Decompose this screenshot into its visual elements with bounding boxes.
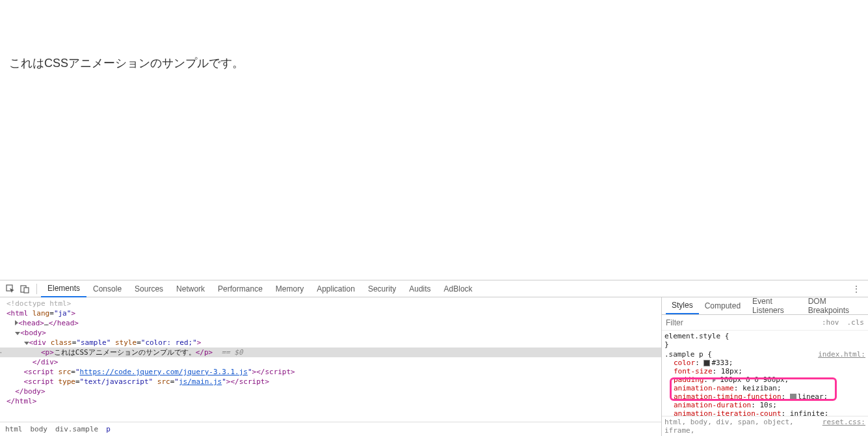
devtools-panel: Elements Console Sources Network Perform… (0, 280, 868, 436)
inspect-icon[interactable] (4, 282, 17, 295)
styles-subtabs: Styles Computed Event Listeners DOM Brea… (662, 297, 868, 315)
dom-selected-line[interactable]: ⋯ <p>これはCSSアニメーションのサンプルです。</p> == $0 (0, 347, 661, 357)
breadcrumb-item[interactable]: div.sample (55, 425, 98, 433)
hov-toggle[interactable]: :hov (818, 318, 843, 327)
tab-audits[interactable]: Audits (402, 281, 437, 297)
sample-text: これはCSSアニメーションのサンプルです。 (9, 55, 868, 71)
cls-toggle[interactable]: .cls (843, 318, 869, 327)
tab-memory[interactable]: Memory (269, 281, 310, 297)
breadcrumb-item[interactable]: body (31, 425, 48, 433)
svg-rect-2 (24, 288, 29, 293)
rule-selector: .sample p { (664, 350, 712, 359)
inherited-rule: html, body, div, span, object, iframe, r… (662, 416, 868, 436)
kebab-menu-icon[interactable]: ⋮ (848, 284, 864, 293)
tab-elements[interactable]: Elements (41, 280, 86, 297)
subtab-styles[interactable]: Styles (666, 297, 699, 314)
styles-panel: Styles Computed Event Listeners DOM Brea… (662, 297, 868, 436)
tab-network[interactable]: Network (170, 281, 211, 297)
dom-tree[interactable]: <!doctype html> <html lang="ja"> <head>…… (0, 297, 661, 422)
tab-adblock[interactable]: AdBlock (438, 281, 479, 297)
source-link[interactable]: index.html: (818, 350, 865, 359)
easing-swatch-icon[interactable] (790, 394, 796, 400)
tab-application[interactable]: Application (310, 281, 362, 297)
breadcrumb-item[interactable]: p (106, 425, 111, 433)
page-viewport: これはCSSアニメーションのサンプルです。 (0, 0, 868, 280)
tab-sources[interactable]: Sources (128, 281, 170, 297)
tab-console[interactable]: Console (86, 281, 128, 297)
expand-arrow-icon[interactable] (713, 377, 716, 383)
elements-panel: <!doctype html> <html lang="ja"> <head>…… (0, 297, 662, 436)
subtab-computed[interactable]: Computed (699, 298, 746, 314)
device-toggle-icon[interactable] (18, 282, 31, 295)
dom-breadcrumbs[interactable]: html body div.sample p (0, 422, 661, 436)
color-swatch-icon[interactable] (704, 360, 710, 366)
filter-row: :hov .cls (662, 315, 868, 331)
breadcrumb-item[interactable]: html (5, 425, 23, 433)
dom-doctype: <!doctype html> (7, 299, 71, 308)
element-style-selector: element.style { (664, 332, 729, 340)
toolbar-separator (36, 284, 37, 294)
devtools-toolbar: Elements Console Sources Network Perform… (0, 280, 868, 297)
source-link[interactable]: reset.css: (822, 418, 865, 435)
styles-filter-input[interactable] (662, 315, 818, 330)
tab-security[interactable]: Security (362, 281, 402, 297)
tab-performance[interactable]: Performance (211, 281, 269, 297)
collapse-arrow-icon[interactable] (24, 342, 29, 345)
styles-body[interactable]: element.style { } index.html:.sample p {… (662, 331, 868, 416)
